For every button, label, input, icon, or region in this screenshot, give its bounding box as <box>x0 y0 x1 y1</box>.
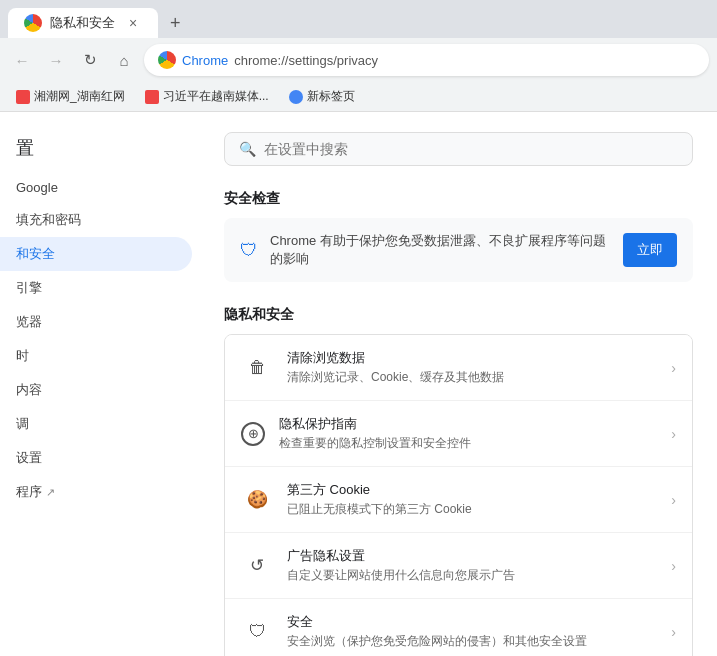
new-tab-button[interactable]: + <box>162 9 189 38</box>
shield-icon: 🛡 <box>241 616 273 648</box>
item-title-2: 第三方 Cookie <box>287 481 657 499</box>
arrow-icon-2: › <box>671 492 676 508</box>
tab-favicon <box>24 14 42 32</box>
content-area: 🔍 安全检查 🛡 Chrome 有助于保护您免受数据泄露、不良扩展程序等问题的影… <box>200 112 717 656</box>
bookmark-new-tab[interactable]: 新标签页 <box>281 85 363 108</box>
item-desc-3: 自定义要让网站使用什么信息向您展示广告 <box>287 567 657 584</box>
privacy-guide-icon: ⊕ <box>241 422 265 446</box>
sidebar-item-label-passwords: 填充和密码 <box>16 211 81 229</box>
item-desc-2: 已阻止无痕模式下的第三方 Cookie <box>287 501 657 518</box>
security-shield-icon: 🛡 <box>240 240 258 261</box>
trash-icon: 🗑 <box>241 352 273 384</box>
security-section-title: 安全检查 <box>224 190 693 208</box>
address-url: chrome://settings/privacy <box>234 53 378 68</box>
sidebar-item-label-privacy: 和安全 <box>16 245 55 263</box>
search-bar[interactable]: 🔍 <box>224 132 693 166</box>
item-text-clear-data: 清除浏览数据 清除浏览记录、Cookie、缓存及其他数据 <box>287 349 657 386</box>
address-input[interactable]: Chrome chrome://settings/privacy <box>144 44 709 76</box>
item-desc-1: 检查重要的隐私控制设置和安全控件 <box>279 435 657 452</box>
item-title-3: 广告隐私设置 <box>287 547 657 565</box>
sidebar-title: 置 <box>0 128 200 172</box>
bookmark-favicon-2 <box>145 90 159 104</box>
item-title-4: 安全 <box>287 613 657 631</box>
sidebar-item-label-content: 内容 <box>16 381 42 399</box>
bookmark-item-1[interactable]: 湘潮网_湖南红网 <box>8 85 133 108</box>
tab-bar: 隐私和安全 × + <box>0 0 717 38</box>
sidebar-item-browser[interactable]: 览器 <box>0 305 192 339</box>
active-tab[interactable]: 隐私和安全 × <box>8 8 158 38</box>
bookmark-label-3: 新标签页 <box>307 88 355 105</box>
sidebar-item-passwords[interactable]: 填充和密码 <box>0 203 192 237</box>
sidebar-item-tune[interactable]: 调 <box>0 407 192 441</box>
chrome-brand-icon <box>158 51 176 69</box>
item-text-privacy-guide: 隐私保护指南 检查重要的隐私控制设置和安全控件 <box>279 415 657 452</box>
settings-item-privacy-guide[interactable]: ⊕ 隐私保护指南 检查重要的隐私控制设置和安全控件 › <box>225 401 692 467</box>
arrow-icon-4: › <box>671 624 676 640</box>
chrome-label: Chrome <box>182 53 228 68</box>
reload-button[interactable]: ↻ <box>76 46 104 74</box>
address-bar-row: ← → ↻ ⌂ Chrome chrome://settings/privacy <box>0 38 717 82</box>
security-card: 🛡 Chrome 有助于保护您免受数据泄露、不良扩展程序等问题的影响 立即 <box>224 218 693 282</box>
sidebar-item-label-engine: 引擎 <box>16 279 42 297</box>
sidebar-section: Google 填充和密码 和安全 引擎 览器 时 内容 调 <box>0 172 200 509</box>
settings-list: 🗑 清除浏览数据 清除浏览记录、Cookie、缓存及其他数据 › ⊕ 隐私保护指… <box>224 334 693 656</box>
sidebar-item-label-settings: 设置 <box>16 449 42 467</box>
forward-button[interactable]: → <box>42 46 70 74</box>
sidebar-item-content[interactable]: 内容 <box>0 373 192 407</box>
tab-close-button[interactable]: × <box>124 14 142 32</box>
arrow-icon-0: › <box>671 360 676 376</box>
sidebar: 置 Google 填充和密码 和安全 引擎 览器 时 内容 <box>0 112 200 656</box>
item-text-ad-privacy: 广告隐私设置 自定义要让网站使用什么信息向您展示广告 <box>287 547 657 584</box>
external-link-icon: ↗ <box>46 486 55 499</box>
sidebar-item-label-google: Google <box>16 180 58 195</box>
bookmark-label-2: 习近平在越南媒体... <box>163 88 269 105</box>
sidebar-item-settings[interactable]: 设置 <box>0 441 192 475</box>
bookmarks-bar: 湘潮网_湖南红网 习近平在越南媒体... 新标签页 <box>0 82 717 112</box>
settings-item-security[interactable]: 🛡 安全 安全浏览（保护您免受危险网站的侵害）和其他安全设置 › <box>225 599 692 656</box>
item-text-security: 安全 安全浏览（保护您免受危险网站的侵害）和其他安全设置 <box>287 613 657 650</box>
security-description: Chrome 有助于保护您免受数据泄露、不良扩展程序等问题的影响 <box>270 232 611 268</box>
security-check-button[interactable]: 立即 <box>623 233 677 267</box>
sidebar-item-label-programs: 程序 <box>16 483 42 501</box>
cookie-icon: 🍪 <box>241 484 273 516</box>
item-text-cookies: 第三方 Cookie 已阻止无痕模式下的第三方 Cookie <box>287 481 657 518</box>
sidebar-item-label-browser: 览器 <box>16 313 42 331</box>
bookmark-label-1: 湘潮网_湖南红网 <box>34 88 125 105</box>
sidebar-item-engine[interactable]: 引擎 <box>0 271 192 305</box>
home-button[interactable]: ⌂ <box>110 46 138 74</box>
privacy-section-title: 隐私和安全 <box>224 306 693 324</box>
item-title-0: 清除浏览数据 <box>287 349 657 367</box>
search-input[interactable] <box>264 141 678 157</box>
sidebar-item-time[interactable]: 时 <box>0 339 192 373</box>
main-layout: 置 Google 填充和密码 和安全 引擎 览器 时 内容 <box>0 112 717 656</box>
settings-item-clear-data[interactable]: 🗑 清除浏览数据 清除浏览记录、Cookie、缓存及其他数据 › <box>225 335 692 401</box>
settings-item-ad-privacy[interactable]: ↺ 广告隐私设置 自定义要让网站使用什么信息向您展示广告 › <box>225 533 692 599</box>
sidebar-item-label-tune: 调 <box>16 415 29 433</box>
item-desc-0: 清除浏览记录、Cookie、缓存及其他数据 <box>287 369 657 386</box>
item-desc-4: 安全浏览（保护您免受危险网站的侵害）和其他安全设置 <box>287 633 657 650</box>
arrow-icon-3: › <box>671 558 676 574</box>
bookmark-favicon-1 <box>16 90 30 104</box>
search-icon: 🔍 <box>239 141 256 157</box>
ad-privacy-icon: ↺ <box>241 550 273 582</box>
back-button[interactable]: ← <box>8 46 36 74</box>
item-title-1: 隐私保护指南 <box>279 415 657 433</box>
sidebar-item-privacy[interactable]: 和安全 <box>0 237 192 271</box>
bookmark-favicon-3 <box>289 90 303 104</box>
arrow-icon-1: › <box>671 426 676 442</box>
tab-title: 隐私和安全 <box>50 14 115 32</box>
sidebar-item-label-time: 时 <box>16 347 29 365</box>
settings-item-cookies[interactable]: 🍪 第三方 Cookie 已阻止无痕模式下的第三方 Cookie › <box>225 467 692 533</box>
sidebar-item-programs[interactable]: 程序 ↗ <box>0 475 192 509</box>
bookmark-item-2[interactable]: 习近平在越南媒体... <box>137 85 277 108</box>
sidebar-item-google[interactable]: Google <box>0 172 192 203</box>
